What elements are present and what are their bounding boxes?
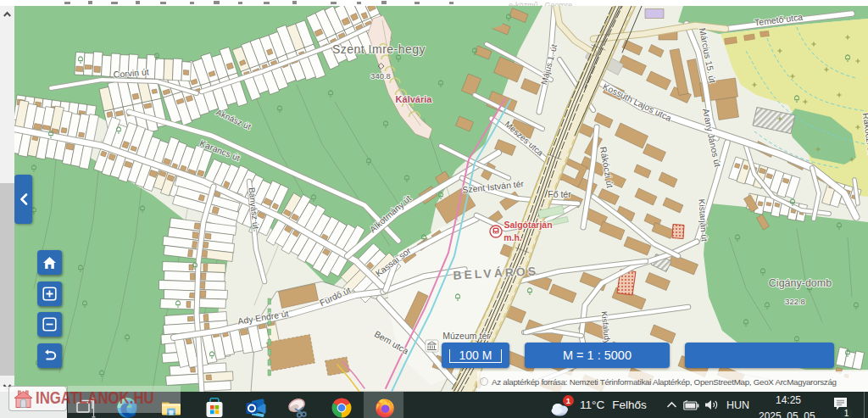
map-label: Múzeum tér [442, 331, 490, 341]
scrollbar-thumb[interactable] [0, 183, 14, 376]
tray-volume-icon[interactable] [704, 392, 719, 418]
screen: e-közmű - Geomre [0, 0, 868, 418]
scale-bracket [449, 349, 502, 363]
show-desktop-button[interactable] [864, 392, 865, 418]
language-label: HUN [726, 399, 749, 411]
map-label: m.h. [504, 232, 522, 242]
sidebar-collapse-button[interactable] [14, 175, 32, 224]
map-attribution: Az alaptérkép forrása: Nemzeti Térinform… [477, 371, 868, 392]
info-icon [480, 377, 488, 386]
map-label: 340.8 [370, 71, 391, 81]
cutoff-fragments [64, 1, 453, 4]
scrollbar-up-arrow-icon[interactable] [0, 8, 14, 21]
weather-condition: Felhős [612, 398, 647, 411]
tray-action-center-button[interactable]: 1 [832, 392, 858, 418]
home-icon [42, 256, 57, 270]
taskbar-microsoft-store-icon[interactable] [203, 397, 225, 418]
zoom-in-icon [42, 287, 57, 301]
weather-temperature: 11°C [580, 398, 604, 411]
map-undo-button[interactable] [37, 343, 62, 368]
clock-date: 2025. 05. 05. [758, 410, 819, 418]
tray-battery-icon[interactable] [683, 392, 699, 418]
museum-icon [426, 340, 438, 352]
tray-show-hidden-icons-button[interactable] [666, 392, 677, 418]
map-label: Szent Imre-hegy [332, 42, 426, 56]
map-zoom-out-button[interactable] [37, 312, 62, 337]
notification-badge: 1 [840, 407, 853, 418]
chevron-up-icon [666, 401, 677, 409]
tray-clock[interactable]: 14:25 2025. 05. 05. [758, 392, 819, 418]
map-canvas[interactable]: Corvin útSzent Imre-hegy340.8KálváriaAkn… [14, 6, 868, 392]
map-label: 322.8 [785, 297, 805, 306]
clock-time: 14:25 [758, 394, 819, 406]
battery-icon [683, 400, 699, 410]
railway-station-icon [490, 226, 502, 237]
map-label: Cigány-domb [769, 277, 832, 289]
weather-badge: 1 [563, 395, 574, 406]
chevron-left-icon [19, 193, 28, 205]
map-label: Salgótarján [504, 220, 552, 230]
cutoff-map-text: e-közmű - Geomre [509, 1, 572, 6]
taskbar-firefox-icon[interactable] [374, 397, 396, 418]
attribution-text: Az alaptérkép forrása: Nemzeti Térinform… [492, 377, 837, 387]
tray-language-indicator[interactable]: HUN [726, 392, 749, 418]
scale-ratio-label: M = 1 : 5000 [563, 348, 632, 362]
cutoff-text-fragments [0, 0, 868, 6]
watermark-text: INGATLANOK.HU [36, 388, 154, 408]
watermark-house-icon [12, 387, 35, 410]
speaker-icon [704, 399, 719, 410]
map-scale-bar[interactable]: 100 M [442, 343, 509, 368]
top-cutoff-strip: e-közmű - Geomre [0, 0, 868, 6]
site-watermark: INGATLANOK.HU [8, 386, 67, 411]
map-home-button[interactable] [37, 250, 62, 275]
taskbar-weather-widget[interactable]: 1 11°C Felhős [549, 392, 647, 418]
taskbar-chrome-icon[interactable] [331, 397, 353, 418]
undo-arrow-icon [42, 348, 58, 362]
map-empty-toolbar-button[interactable] [685, 343, 834, 368]
map-image[interactable]: Corvin útSzent Imre-hegy340.8KálváriaAkn… [14, 6, 868, 392]
map-label: Fő tér [548, 189, 571, 199]
map-label: Kálvária [396, 94, 433, 104]
taskbar-outlook-icon[interactable] [245, 397, 267, 418]
taskbar-snipping-tool-icon[interactable] [287, 397, 309, 418]
map-scale-ratio-button[interactable]: M = 1 : 5000 [525, 343, 670, 368]
zoom-out-icon [42, 317, 57, 332]
vertical-scrollbar[interactable] [0, 6, 14, 392]
map-geometry [14, 6, 868, 392]
map-zoom-in-button[interactable] [37, 281, 62, 306]
